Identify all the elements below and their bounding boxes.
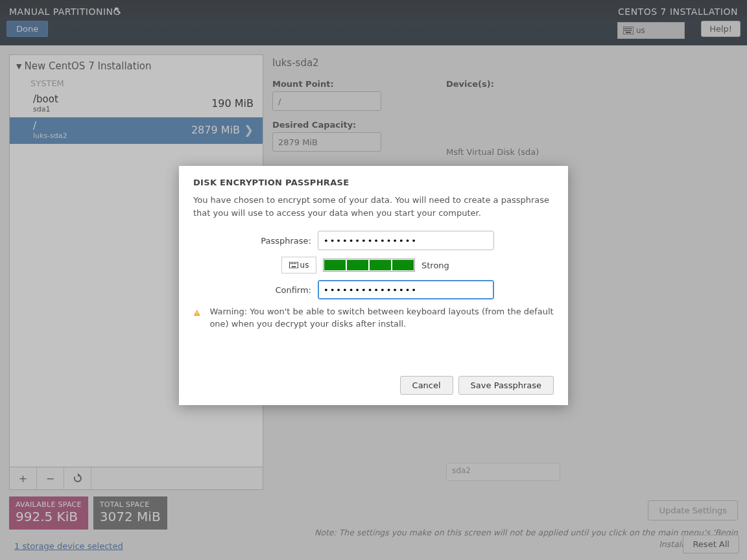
confirm-label: Confirm: [193, 285, 311, 295]
svg-rect-14 [295, 263, 296, 264]
svg-rect-10 [289, 262, 298, 268]
encryption-passphrase-dialog: DISK ENCRYPTION PASSPHRASE You have chos… [179, 166, 568, 405]
warning-icon [193, 307, 200, 319]
strength-bar-4 [392, 260, 414, 270]
strength-meter [323, 259, 415, 272]
dialog-title: DISK ENCRYPTION PASSPHRASE [193, 178, 554, 187]
strength-bar-1 [324, 260, 346, 270]
keyboard-icon [289, 262, 298, 268]
strength-bar-2 [347, 260, 368, 270]
dialog-description: You have chosen to encrypt some of your … [193, 194, 554, 219]
cancel-button[interactable]: Cancel [400, 376, 453, 395]
svg-rect-12 [292, 263, 293, 264]
dialog-kb-text: us [300, 261, 309, 270]
strength-bar-3 [370, 260, 391, 270]
confirm-input[interactable] [318, 280, 494, 299]
svg-rect-16 [196, 312, 197, 314]
warning-text: Warning: You won't be able to switch bet… [209, 306, 554, 331]
svg-rect-13 [294, 263, 295, 264]
svg-rect-17 [196, 314, 197, 315]
passphrase-label: Passphrase: [193, 236, 311, 246]
passphrase-input[interactable] [318, 231, 494, 250]
svg-rect-15 [291, 266, 296, 268]
strength-label: Strong [421, 261, 449, 270]
dialog-keyboard-indicator[interactable]: us [281, 257, 316, 274]
svg-rect-11 [290, 263, 292, 264]
save-passphrase-button[interactable]: Save Passphrase [458, 376, 554, 395]
